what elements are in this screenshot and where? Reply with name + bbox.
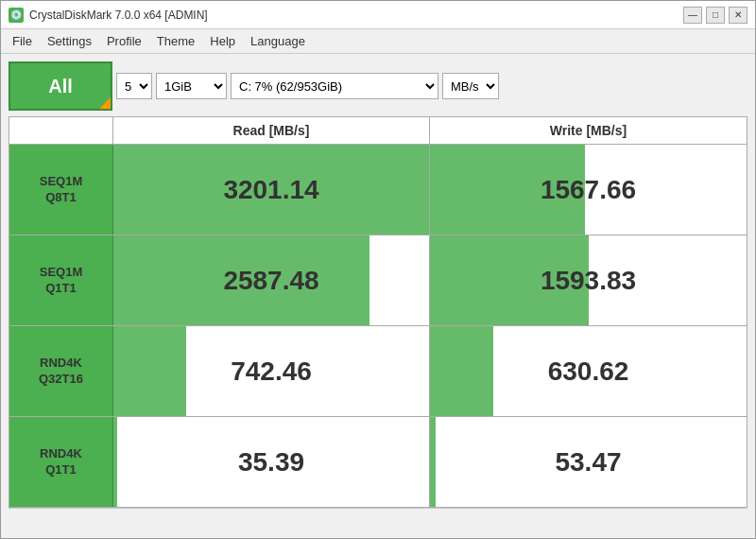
menu-help[interactable]: Help	[202, 31, 243, 51]
read-value-3: 35.39	[113, 417, 430, 507]
row-label-3: RND4KQ1T1	[9, 417, 113, 507]
menu-settings[interactable]: Settings	[40, 31, 99, 51]
maximize-button[interactable]: □	[706, 7, 725, 24]
all-button[interactable]: All	[9, 61, 112, 111]
menu-bar: File Settings Profile Theme Help Languag…	[1, 29, 755, 54]
table-rows: SEQ1MQ8T1 3201.14 1567.66 SEQ1MQ1T1 2587…	[9, 145, 747, 507]
write-value-0: 1567.66	[430, 145, 747, 235]
benchmark-table: Read [MB/s] Write [MB/s] SEQ1MQ8T1 3201.…	[9, 116, 747, 508]
read-header: Read [MB/s]	[113, 117, 430, 144]
main-window: 💿 CrystalDiskMark 7.0.0 x64 [ADMIN] — □ …	[0, 0, 756, 539]
menu-theme[interactable]: Theme	[149, 31, 202, 51]
table-header: Read [MB/s] Write [MB/s]	[9, 117, 747, 145]
minimize-button[interactable]: —	[683, 7, 702, 24]
table-row: RND4KQ32T16 742.46 630.62	[9, 326, 747, 417]
read-value-1: 2587.48	[113, 235, 430, 325]
main-content: All 5 1 3 1GiB 512MiB 256MiB C: 7% (62/9…	[1, 54, 755, 538]
write-value-3: 53.47	[430, 417, 747, 507]
count-select[interactable]: 5 1 3	[116, 73, 152, 99]
status-bar	[9, 508, 747, 530]
write-value-2: 630.62	[430, 326, 747, 416]
table-row: SEQ1MQ1T1 2587.48 1593.83	[9, 235, 747, 326]
size-select[interactable]: 1GiB 512MiB 256MiB	[156, 73, 227, 99]
app-icon: 💿	[9, 8, 24, 23]
title-bar: 💿 CrystalDiskMark 7.0.0 x64 [ADMIN] — □ …	[1, 1, 755, 29]
title-bar-left: 💿 CrystalDiskMark 7.0.0 x64 [ADMIN]	[9, 8, 208, 23]
label-header	[9, 117, 113, 144]
read-value-0: 3201.14	[113, 145, 430, 235]
row-label-2: RND4KQ32T16	[9, 326, 113, 416]
window-title: CrystalDiskMark 7.0.0 x64 [ADMIN]	[29, 9, 208, 22]
menu-file[interactable]: File	[5, 31, 40, 51]
read-value-2: 742.46	[113, 326, 430, 416]
close-button[interactable]: ✕	[729, 7, 747, 24]
row-label-1: SEQ1MQ1T1	[9, 235, 113, 325]
write-header: Write [MB/s]	[430, 117, 747, 144]
row-label-0: SEQ1MQ8T1	[9, 145, 113, 235]
toolbar: All 5 1 3 1GiB 512MiB 256MiB C: 7% (62/9…	[9, 61, 747, 111]
table-row: RND4KQ1T1 35.39 53.47	[9, 417, 747, 507]
table-row: SEQ1MQ8T1 3201.14 1567.66	[9, 145, 747, 235]
drive-select[interactable]: C: 7% (62/953GiB)	[231, 73, 438, 99]
window-controls: — □ ✕	[683, 7, 747, 24]
menu-language[interactable]: Language	[243, 31, 313, 51]
write-value-1: 1593.83	[430, 235, 747, 325]
unit-select[interactable]: MB/s GB/s	[442, 73, 499, 99]
menu-profile[interactable]: Profile	[99, 31, 149, 51]
